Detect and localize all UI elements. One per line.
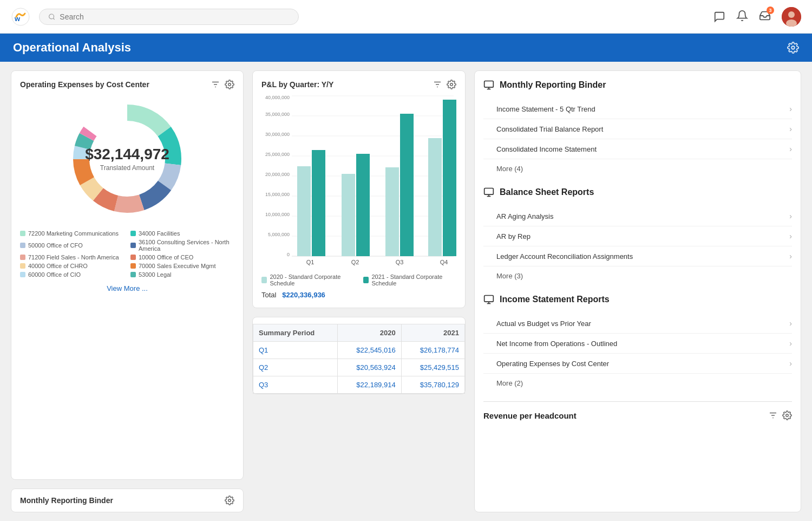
bar-legend-color-2020 [261,277,267,283]
svg-point-22 [228,499,231,502]
q2-2020: $20,563,924 [338,359,401,376]
period-q3[interactable]: Q3 [253,376,338,394]
q2-2021: $25,429,515 [401,359,464,376]
bar-chart-legend: 2020 - Standard Corporate Schedule 2021 … [261,273,456,286]
monthly-binder-section: Monthly Reporting Binder Income Statemen… [483,80,792,178]
svg-rect-55 [484,296,494,302]
search-input[interactable] [60,12,290,21]
binder-item-1[interactable]: Consolidated Trial Balance Report › [483,119,792,139]
period-q2[interactable]: Q2 [253,359,338,376]
binder-item-2-chevron: › [789,145,792,153]
bar-card-icons [433,80,456,89]
header-gear-icon[interactable] [787,42,799,54]
bar-filter-icon[interactable] [433,80,442,89]
legend-color-3 [20,243,25,248]
income-item-2-text: Operating Expenses by Cost Center [496,360,609,368]
svg-text:20,000,000: 20,000,000 [265,172,290,177]
binder-item-0[interactable]: Income Statement - 5 Qtr Trend › [483,99,792,119]
balance-item-0-text: AR Aging Analysis [496,212,554,220]
bar-settings-icon[interactable] [447,80,456,89]
table-row: Q3 $22,189,914 $35,780,129 [253,376,465,394]
balance-item-1[interactable]: AR by Rep › [483,226,792,246]
svg-point-4 [788,11,795,18]
period-q1[interactable]: Q1 [253,342,338,359]
legend-label-1: 72200 Marketing Communications [28,230,119,237]
svg-point-26 [450,83,453,86]
income-statement-title: Income Statement Reports [500,295,610,304]
monthly-binder-bottom-title: Monthly Reporting Binder [20,496,113,505]
income-item-1-chevron: › [789,339,792,348]
svg-point-2 [49,14,54,19]
balance-icon [483,187,494,198]
legend-color-9 [20,272,25,277]
bar-legend-label-2021: 2021 - Standard Corporate Schedule [371,273,456,286]
col-header-2021: 2021 [401,324,464,342]
q3-2020: $22,189,914 [338,376,401,394]
binder-more-link[interactable]: More (4) [483,159,792,178]
notifications[interactable] [736,10,748,24]
bar-q2-2020 [342,174,355,256]
binder-item-2[interactable]: Consolidated Income Statement › [483,139,792,159]
balance-item-2[interactable]: Ledger Account Reconciliation Assignment… [483,246,792,266]
donut-legend: 72200 Marketing Communications 34000 Fac… [20,230,234,278]
income-statement-section: Income Statement Reports Actual vs Budge… [483,294,792,393]
legend-item-6: 10000 Office of CEO [130,254,234,260]
chat-icon[interactable] [713,11,725,23]
svg-text:35,000,000: 35,000,000 [265,112,290,117]
svg-text:Q2: Q2 [351,259,359,265]
legend-item-10: 53000 Legal [130,271,234,278]
legend-label-9: 60000 Office of CIO [28,271,81,278]
svg-text:0: 0 [287,252,290,257]
revenue-icons [768,411,792,420]
revenue-filter-icon[interactable] [768,411,778,420]
bar-chart-header: P&L by Quarter: Y/Y [261,80,456,89]
filter-icon[interactable] [211,80,220,89]
balance-item-1-chevron: › [789,232,792,240]
bar-legend-color-2021 [363,277,369,283]
balance-item-0[interactable]: AR Aging Analysis › [483,206,792,226]
revenue-header: Revenue per Headcount [483,411,792,420]
settings-icon[interactable] [225,80,234,89]
revenue-settings-icon[interactable] [782,411,792,420]
bell-icon[interactable] [736,10,748,22]
col-header-2020: 2020 [338,324,401,342]
income-item-2[interactable]: Operating Expenses by Cost Center › [483,354,792,374]
legend-label-3: 50000 Office of CFO [28,242,83,249]
donut-card-icons [211,80,234,89]
legend-color-10 [130,272,136,277]
top-nav: w 3 [0,0,812,34]
balance-sheet-section: Balance Sheet Reports AR Aging Analysis … [483,187,792,285]
bar-q2-2021 [356,154,370,256]
user-avatar[interactable] [782,7,801,27]
nav-right: 3 [713,7,801,27]
balance-more-link[interactable]: More (3) [483,266,792,285]
donut-chart-card: Operating Expenses by Cost Center [11,70,244,480]
main-content: Operating Expenses by Cost Center [0,62,812,521]
legend-color-2 [130,231,136,236]
income-item-1[interactable]: Net Income from Operations - Outlined › [483,334,792,354]
legend-label-8: 70000 Sales Executive Mgmt [139,263,215,269]
table-row: Q1 $22,545,016 $26,178,774 [253,342,465,359]
inbox[interactable]: 3 [759,10,771,24]
bar-chart-title: P&L by Quarter: Y/Y [261,80,333,89]
donut-wrapper: $32,144,972 Translated Amount [20,94,234,224]
income-more-link[interactable]: More (2) [483,374,792,393]
legend-item-4: 36100 Consulting Services - North Americ… [130,239,234,252]
svg-rect-52 [484,188,494,195]
income-icon [483,294,494,305]
binder-item-2-text: Consolidated Income Statement [496,145,597,153]
income-item-0-chevron: › [789,319,792,328]
legend-label-10: 53000 Legal [139,271,172,278]
revenue-section: Revenue per Headcount [483,401,792,420]
page-title: Operational Analysis [13,41,787,55]
search-icon [48,13,55,21]
svg-text:10,000,000: 10,000,000 [265,212,290,217]
binder-icon [483,80,494,90]
search-bar[interactable] [39,9,299,25]
bottom-card-gear-icon[interactable] [225,496,234,505]
svg-text:30,000,000: 30,000,000 [265,132,290,137]
income-item-0[interactable]: Actual vs Budget vs Prior Year › [483,314,792,334]
legend-color-5 [20,255,25,260]
donut-chart-title: Operating Expenses by Cost Center [20,80,149,89]
view-more-link[interactable]: View More ... [20,284,234,292]
